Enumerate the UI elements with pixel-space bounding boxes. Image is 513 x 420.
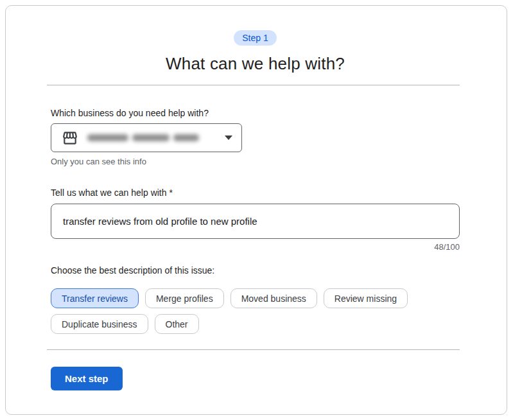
issue-input-label: Tell us what we can help with * [51,188,460,198]
chevron-down-icon [225,136,232,140]
header-divider [47,85,460,85]
next-step-button[interactable]: Next step [51,367,123,390]
footer-divider [47,349,460,350]
issue-chip[interactable]: Transfer reviews [51,288,139,308]
step-badge: Step 1 [234,30,276,46]
issue-chip[interactable]: Other [155,314,199,334]
issue-chip-group: Transfer reviewsMerge profilesMoved busi… [51,288,423,334]
business-helper-text: Only you can see this info [51,157,460,166]
help-form-card: Step 1 What can we help with? Which busi… [5,5,507,415]
business-name-redacted [87,134,199,141]
issue-chip[interactable]: Duplicate business [51,314,148,334]
issue-chip[interactable]: Review missing [324,288,408,308]
issue-description-label: Choose the best description of this issu… [51,265,460,276]
issue-input[interactable] [51,204,460,239]
storefront-icon [62,130,78,146]
issue-chip[interactable]: Moved business [230,288,317,308]
page-title: What can we help with? [51,54,460,74]
business-select-dropdown[interactable] [51,123,242,152]
char-counter: 48/100 [51,242,460,252]
issue-chip[interactable]: Merge profiles [145,288,224,308]
business-select-label: Which business do you need help with? [51,108,460,118]
